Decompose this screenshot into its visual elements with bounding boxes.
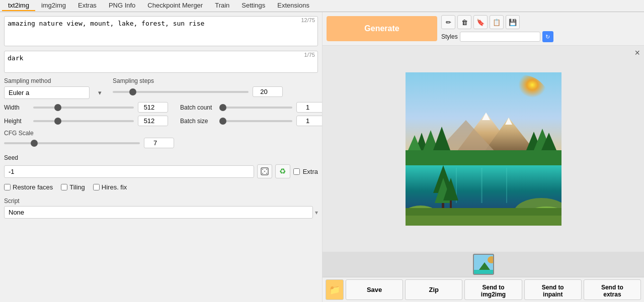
sampling-steps-input[interactable] (253, 86, 283, 97)
sampling-steps-slider[interactable] (113, 91, 249, 93)
restore-faces-checkbox[interactable]: Restore faces (4, 183, 53, 191)
sampling-method-select[interactable]: Euler aEulerLMSHeun (4, 86, 90, 99)
zip-button[interactable]: Zip (405, 279, 462, 300)
svg-rect-13 (406, 150, 561, 165)
script-select[interactable]: None (4, 206, 313, 219)
batch-count-input[interactable] (296, 102, 322, 113)
height-input[interactable] (138, 116, 168, 126)
recycle-icon: ♻ (279, 167, 286, 176)
positive-prompt-input[interactable] (4, 16, 318, 46)
cfg-label: CFG Scale (4, 130, 34, 137)
cfg-slider[interactable] (4, 142, 140, 144)
close-image-button[interactable]: × (634, 48, 640, 58)
styles-dropdown[interactable] (460, 32, 540, 42)
width-label: Width (4, 104, 29, 111)
svg-point-3 (262, 173, 263, 174)
batch-size-input[interactable] (296, 116, 322, 126)
send-to-img2img-button[interactable]: Send to img2img (464, 279, 522, 300)
nav-item-extensions[interactable]: Extensions (271, 1, 315, 11)
extra-label: Extra (303, 168, 318, 175)
negative-prompt-input[interactable] (4, 51, 318, 73)
width-slider[interactable] (33, 107, 134, 109)
hires-fix-checkbox[interactable]: Hires. fix (93, 183, 127, 191)
seed-dice-button[interactable] (257, 164, 272, 178)
sampling-method-chevron: ▾ (98, 89, 102, 96)
styles-trash-button[interactable]: 🗑 (457, 15, 471, 29)
width-input[interactable] (138, 102, 168, 113)
generate-button[interactable]: Generate (327, 16, 437, 41)
extra-checkbox[interactable] (293, 168, 300, 175)
sampling-steps-label: Sampling steps (113, 77, 318, 84)
svg-rect-23 (481, 168, 482, 203)
styles-label: Styles (441, 33, 458, 40)
hires-fix-label: Hires. fix (102, 183, 127, 191)
styles-clipboard-button[interactable]: 📋 (490, 15, 504, 29)
styles-refresh-button[interactable]: ↻ (542, 31, 553, 42)
positive-prompt-counter: 12/75 (301, 17, 315, 23)
generated-image (406, 72, 561, 226)
svg-rect-36 (406, 216, 561, 226)
svg-point-5 (264, 171, 265, 172)
send-to-inpaint-button[interactable]: Send to inpaint (524, 279, 582, 300)
script-label: Script (4, 197, 20, 205)
sampling-method-label: Sampling method (4, 77, 105, 84)
nav-item-settings[interactable]: Settings (235, 1, 271, 11)
folder-button[interactable]: 📁 (326, 279, 344, 300)
svg-point-1 (262, 169, 263, 170)
svg-rect-24 (506, 168, 507, 203)
styles-floppy-button[interactable]: 💾 (506, 15, 520, 29)
height-label: Height (4, 118, 29, 125)
seed-recycle-button[interactable]: ♻ (275, 164, 290, 178)
negative-prompt-counter: 1/75 (304, 52, 315, 58)
svg-point-4 (266, 173, 267, 174)
seed-label: Seed (4, 154, 18, 161)
nav-item-checkpoint-merger[interactable]: Checkpoint Merger (141, 1, 209, 11)
tiling-checkbox[interactable]: Tiling (61, 183, 85, 191)
send-to-extras-button[interactable]: Send to extras (584, 279, 641, 300)
nav-item-train[interactable]: Train (209, 1, 235, 11)
nav-item-img2img[interactable]: img2img (35, 1, 72, 11)
styles-pencil-button[interactable]: ✏ (441, 15, 455, 29)
svg-rect-39 (474, 270, 494, 275)
script-chevron: ▾ (315, 209, 318, 216)
nav-item-extras[interactable]: Extras (72, 1, 103, 11)
batch-count-slider[interactable] (219, 107, 292, 109)
height-slider[interactable] (33, 120, 134, 122)
styles-bookmark-button[interactable]: 🔖 (473, 15, 488, 29)
svg-point-2 (266, 169, 267, 170)
batch-size-slider[interactable] (219, 120, 292, 122)
batch-count-label: Batch count (180, 104, 215, 111)
batch-size-label: Batch size (180, 118, 215, 125)
nav-item-txt2img[interactable]: txt2img (2, 1, 35, 11)
tiling-label: Tiling (69, 183, 85, 191)
nav-item-png-info[interactable]: PNG Info (103, 1, 141, 11)
seed-input[interactable] (4, 165, 254, 178)
save-button[interactable]: Save (346, 279, 403, 300)
restore-faces-label: Restore faces (13, 183, 53, 191)
cfg-input[interactable] (144, 138, 174, 148)
generated-thumbnail[interactable] (473, 254, 494, 275)
svg-point-7 (494, 75, 549, 125)
